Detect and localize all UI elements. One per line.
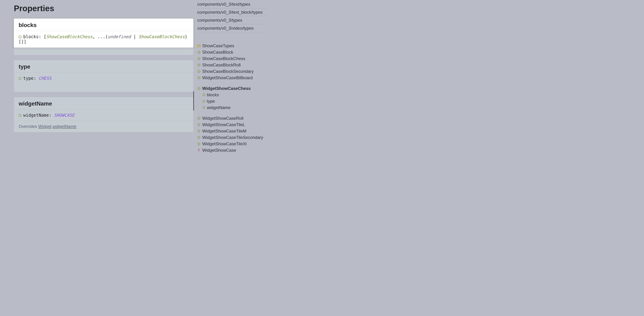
interface-icon (197, 117, 200, 120)
interface-icon (197, 57, 200, 60)
sig-punc: | (131, 34, 138, 39)
sidebar-item-label: WidgetShowCaseChess (202, 86, 251, 91)
sig-punc: : (34, 76, 39, 81)
sidebar-item-label: WidgetShowCaseTileXl (202, 141, 246, 146)
property-icon (202, 100, 205, 102)
properties-list: blocksblocks: [ShowCaseBlockChess, ...(u… (14, 19, 194, 132)
property-kind-icon (19, 77, 22, 80)
sidebar-item-label: widgetName (207, 105, 230, 110)
sidebar-item-widget-show-case-tile-l[interactable]: WidgetShowCaseTileL (197, 121, 267, 128)
page: Properties blocksblocks: [ShowCaseBlockC… (0, 0, 644, 316)
sidebar-item-label: WidgetShowCaseTileL (202, 122, 245, 127)
sig-name: widgetName (23, 113, 49, 118)
sidebar-item-show-case-block-roll[interactable]: ShowCaseBlockRoll (197, 62, 267, 68)
interface-icon (197, 87, 200, 90)
sig-const-ref[interactable]: SHOWCASE (54, 113, 74, 118)
sidebar-item-widget-show-case-chess[interactable]: WidgetShowCaseChess (197, 85, 267, 92)
property-panel: typetype: CHESS (14, 60, 194, 92)
panel-spacer (14, 84, 193, 92)
overrides-parent-link[interactable]: Widget (38, 124, 52, 129)
property-kind-icon (19, 36, 22, 38)
sidebar-path-link[interactable]: components/v0_3/types (197, 16, 267, 24)
overrides-member-link[interactable]: widgetName (53, 124, 76, 129)
sig-punc: : [ (39, 34, 46, 39)
interface-icon (197, 76, 200, 79)
sig-const-ref[interactable]: CHESS (39, 76, 52, 81)
sidebar-item-label: WidgetShowCaseTileM (202, 129, 246, 133)
sidebar-item-label: WidgetShowCaseTileSecondary (202, 135, 263, 140)
interface-icon (197, 70, 200, 73)
property-kind-icon (19, 114, 22, 117)
type-alias-icon: T (197, 149, 200, 152)
main-content: Properties blocksblocks: [ShowCaseBlockC… (0, 0, 194, 316)
sidebar-path-link[interactable]: components/v0_3/video/types (197, 24, 267, 32)
panel-underlay (14, 47, 194, 55)
sidebar-item-widget-show-case-billboard[interactable]: WidgetShowCaseBillboard (197, 75, 267, 81)
sidebar-item-show-case-types[interactable]: ShowCaseTypes (197, 43, 267, 49)
property-panel: widgetNamewidgetName: SHOWCASEOverrides … (14, 97, 194, 132)
section-title: Properties (14, 4, 194, 13)
sidebar-item-label: blocks (207, 92, 219, 97)
sidebar-item-widget-name[interactable]: widgetName (197, 104, 267, 111)
sidebar-item-show-case-block-secondary[interactable]: ShowCaseBlockSecondary (197, 68, 267, 75)
property-signature: type: CHESS (14, 73, 193, 84)
interface-icon (197, 142, 200, 145)
sig-type-ref[interactable]: ShowCaseBlockChess (46, 34, 92, 39)
sidebar-item-show-case-block-chess[interactable]: ShowCaseBlockChess (197, 55, 267, 62)
enum-icon (197, 44, 200, 47)
sidebar: components/v0_3/text/typescomponents/v0_… (194, 0, 267, 316)
property-name[interactable]: widgetName (14, 97, 193, 110)
sidebar-tree: ShowCaseTypesShowCaseBlockShowCaseBlockC… (197, 43, 267, 153)
sidebar-item-widget-show-case-tile-secondary[interactable]: WidgetShowCaseTileSecondary (197, 134, 267, 141)
sidebar-item-widget-show-case-tile-xl[interactable]: WidgetShowCaseTileXl (197, 141, 267, 147)
property-name[interactable]: type (14, 60, 193, 73)
property-signature: blocks: [ShowCaseBlockChess, ...(undefin… (14, 31, 193, 47)
interface-icon (197, 136, 200, 139)
interface-icon (197, 123, 200, 126)
sidebar-item-widget-show-case-roll[interactable]: WidgetShowCaseRoll (197, 115, 267, 121)
sidebar-active-group: WidgetShowCaseChessblockstypewidgetName (197, 85, 267, 111)
sidebar-path-link[interactable]: components/v0_3/text/types (197, 0, 267, 8)
sig-name: blocks (23, 34, 39, 39)
property-name[interactable]: blocks (14, 19, 193, 31)
sidebar-item-widget-show-case-tile-m[interactable]: WidgetShowCaseTileM (197, 128, 267, 134)
sig-punc: , ...( (92, 34, 108, 39)
sidebar-item-show-case-block[interactable]: ShowCaseBlock (197, 49, 267, 55)
sidebar-item-label: ShowCaseBlockSecondary (202, 69, 254, 74)
sig-punc: : (49, 113, 54, 118)
sidebar-item-label: ShowCaseBlock (202, 50, 233, 55)
sidebar-item-type[interactable]: type (197, 98, 267, 104)
sidebar-item-label: ShowCaseTypes (202, 43, 234, 48)
property-overrides: Overrides Widget.widgetName (14, 121, 193, 132)
property-icon (202, 94, 205, 96)
sidebar-item-label: WidgetShowCaseRoll (202, 116, 244, 121)
sidebar-paths: components/v0_3/text/typescomponents/v0_… (197, 0, 267, 32)
sidebar-item-widget-show-case[interactable]: TWidgetShowCase (197, 147, 267, 153)
sig-name: type (23, 76, 34, 81)
property-icon (202, 106, 205, 109)
overrides-label: Overrides (19, 124, 38, 129)
tree-separator (197, 81, 267, 85)
interface-icon (197, 51, 200, 54)
sidebar-item-label: ShowCaseBlockChess (202, 56, 245, 61)
property-panel: blocksblocks: [ShowCaseBlockChess, ...(u… (14, 19, 194, 48)
sidebar-item-blocks[interactable]: blocks (197, 92, 267, 98)
sidebar-item-label: WidgetShowCase (202, 148, 236, 153)
tree-separator (197, 111, 267, 115)
sig-undefined: undefined (108, 34, 131, 39)
sidebar-item-label: WidgetShowCaseBillboard (202, 75, 253, 80)
sidebar-path-link[interactable]: components/v0_3/text_block/types (197, 8, 267, 16)
sig-type-ref[interactable]: ShowCaseBlockChess (138, 34, 185, 39)
sidebar-item-label: type (207, 99, 215, 104)
property-signature: widgetName: SHOWCASE (14, 110, 193, 121)
interface-icon (197, 63, 200, 67)
sidebar-item-label: ShowCaseBlockRoll (202, 63, 240, 68)
interface-icon (197, 129, 200, 133)
